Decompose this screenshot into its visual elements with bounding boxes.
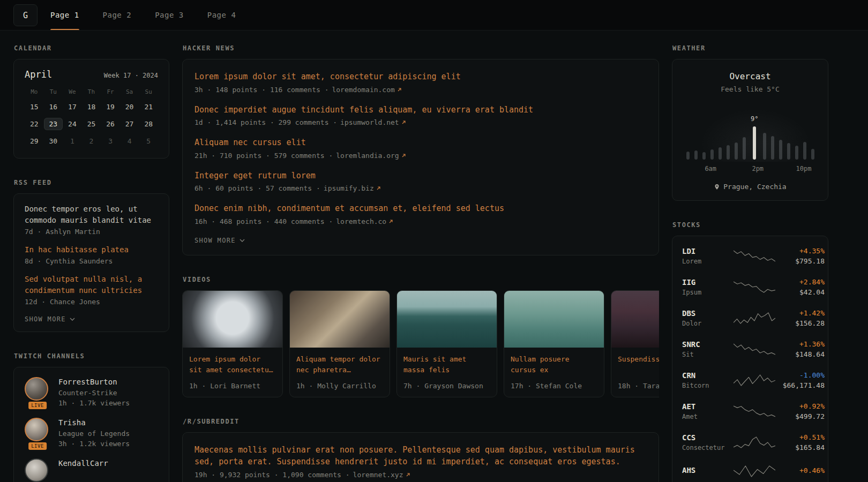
hn-item-domain-link[interactable]: ipsumworld.net	[340, 118, 406, 126]
calendar-day: 29	[25, 135, 44, 147]
subreddit-card: Maecenas mollis pulvinar erat non posuer…	[182, 432, 659, 482]
calendar-weekday: Sa	[120, 88, 139, 95]
stock-sparkline	[734, 311, 775, 325]
weather-feels-like: Feels like 5°C	[682, 85, 818, 93]
external-link-icon	[388, 219, 393, 224]
hn-item-domain-link[interactable]: loremtech.co	[336, 217, 393, 225]
stock-symbol: AET	[682, 402, 734, 411]
page-tab[interactable]: Page 1	[50, 0, 79, 30]
live-badge: LIVE	[28, 402, 47, 409]
stock-symbol: AHS	[682, 466, 734, 475]
subreddit-post-title[interactable]: Maecenas mollis pulvinar erat non posuer…	[194, 444, 647, 468]
twitch-channel[interactable]: LIVE ForrestBurton Counter-Strike 1h · 1…	[25, 377, 158, 407]
channel-info: Trisha League of Legends 3h · 1.2k viewe…	[58, 418, 130, 448]
rss-show-more-button[interactable]: SHOW MORE	[25, 314, 75, 324]
stock-name: Ipsum	[682, 289, 734, 296]
rss-item-title[interactable]: Donec tempor eros leo, ut commodo mauris…	[25, 204, 158, 226]
video-title[interactable]: Mauris sit amet massa felis	[397, 348, 497, 382]
page-tab[interactable]: Page 3	[155, 0, 184, 30]
external-link-icon	[397, 87, 402, 92]
stock-values: +1.36% $148.64	[775, 340, 825, 358]
video-card[interactable]: Lorem ipsum dolor sit amet consectetu… 1…	[182, 290, 283, 397]
calendar-weekday: Th	[82, 88, 101, 95]
videos-widget: VIDEOS Lorem ipsum dolor sit amet consec…	[182, 276, 659, 397]
stock-row[interactable]: LDI Lorem +4.35% $795.18	[682, 240, 818, 272]
video-title[interactable]: Aliquam tempor dolor nec pharetra…	[290, 348, 390, 382]
video-title[interactable]: Lorem ipsum dolor sit amet consectetu…	[183, 348, 282, 382]
subreddit-post-domain-link[interactable]: loremnet.xyz	[353, 471, 410, 479]
page-tab[interactable]: Page 4	[207, 0, 236, 30]
video-card[interactable]: Nullam posuere cursus ex 17h · Stefan Co…	[504, 290, 604, 397]
page-tab[interactable]: Page 2	[103, 0, 132, 30]
rss-item-title[interactable]: Sed volutpat nulla nisl, a condimentum n…	[25, 274, 158, 296]
stock-change: +0.51%	[775, 433, 825, 441]
hn-show-more-button[interactable]: SHOW MORE	[194, 236, 245, 245]
hn-item-title[interactable]: Lorem ipsum dolor sit amet, consectetur …	[194, 71, 647, 83]
calendar-day: 5	[139, 135, 158, 147]
external-link-icon	[401, 120, 406, 125]
stock-row[interactable]: SNRC Sit +1.36% $148.64	[682, 334, 818, 365]
stock-change: +1.42%	[775, 309, 825, 317]
middle-column: HACKER NEWS Lorem ipsum dolor sit amet, …	[182, 44, 659, 482]
show-more-label: SHOW MORE	[25, 315, 66, 323]
twitch-section-title: TWITCH CHANNELS	[14, 352, 169, 360]
video-thumbnail[interactable]	[183, 291, 282, 348]
video-thumbnail[interactable]	[290, 291, 390, 348]
calendar-day: 19	[101, 101, 120, 113]
video-thumbnail[interactable]	[504, 291, 604, 348]
weather-bar	[771, 106, 774, 160]
calendar-week-label: Week 17 · 2024	[104, 72, 158, 79]
avatar: LIVE	[25, 418, 50, 448]
stock-sparkline	[734, 280, 775, 294]
hn-item-title[interactable]: Integer eget rutrum lorem	[194, 170, 647, 182]
stock-name: Lorem	[682, 258, 734, 265]
stock-row[interactable]: IIG Ipsum +2.84% $42.04	[682, 272, 818, 303]
page-tab-label: Page 2	[103, 11, 132, 19]
calendar-month: April	[25, 69, 52, 80]
hn-item-title[interactable]: Aliquam nec cursus elit	[194, 137, 647, 149]
stock-row[interactable]: AET Amet +0.92% $499.72	[682, 396, 818, 427]
channel-viewers: 1h · 1.7k viewers	[58, 399, 130, 407]
stock-row[interactable]: CRN Bitcorn -1.00% $66,171.48	[682, 365, 818, 396]
weather-bar	[702, 106, 706, 160]
hn-item-domain-link[interactable]: ipsumify.biz	[324, 184, 381, 192]
video-thumbnail[interactable]	[611, 291, 659, 348]
twitch-channel[interactable]: KendallCarr	[25, 458, 158, 482]
show-more-label: SHOW MORE	[194, 237, 236, 244]
hn-item-title[interactable]: Donec imperdiet augue tincidunt felis al…	[194, 104, 647, 116]
avatar-image	[25, 377, 48, 401]
twitch-channel[interactable]: LIVE Trisha League of Legends 3h · 1.2k …	[25, 418, 158, 448]
video-card[interactable]: Aliquam tempor dolor nec pharetra… 1h · …	[289, 290, 390, 397]
weather-bar	[803, 106, 806, 160]
rss-item-title[interactable]: In hac habitasse platea	[25, 244, 158, 255]
video-card[interactable]: Suspendisse diam 18h · Tara	[611, 290, 659, 397]
weather-time-label: 10pm	[796, 165, 812, 172]
hn-item-title[interactable]: Donec enim nibh, condimentum et accumsan…	[194, 202, 647, 215]
stock-row[interactable]: DBS Dolor +1.42% $156.28	[682, 303, 818, 334]
hn-section-title: HACKER NEWS	[183, 44, 659, 52]
calendar-weekday: Tu	[44, 88, 63, 95]
channel-name: KendallCarr	[58, 459, 108, 468]
hn-item-domain-link[interactable]: loremdomain.com	[332, 86, 401, 94]
calendar-section-title: CALENDAR	[14, 44, 169, 52]
stock-change: +0.46%	[775, 466, 825, 475]
stock-row[interactable]: AHS +0.46%	[682, 458, 818, 482]
calendar-day: 22	[25, 118, 44, 130]
weather-bar	[763, 106, 766, 160]
video-title[interactable]: Suspendisse diam	[611, 348, 659, 382]
stock-name: Bitcorn	[682, 382, 734, 389]
hn-item-domain-link[interactable]: loremlandia.org	[336, 152, 406, 160]
video-card[interactable]: Mauris sit amet massa felis 7h · Grayson…	[396, 290, 497, 397]
video-thumbnail[interactable]	[397, 291, 497, 348]
calendar-day: 23	[44, 118, 63, 130]
video-meta: 1h · Molly Carrillo	[290, 382, 390, 397]
stock-row[interactable]: CCS Consectetur +0.51% $165.84	[682, 427, 818, 458]
avatar	[25, 458, 50, 482]
map-pin-icon	[714, 184, 720, 190]
weather-location: Prague, Czechia	[682, 183, 818, 191]
video-title[interactable]: Nullam posuere cursus ex	[504, 348, 604, 382]
stock-identity: DBS Dolor	[682, 309, 734, 327]
video-meta: 17h · Stefan Cole	[504, 382, 604, 397]
app-logo[interactable]: G	[13, 4, 38, 26]
stock-values: +0.92% $499.72	[775, 402, 825, 420]
